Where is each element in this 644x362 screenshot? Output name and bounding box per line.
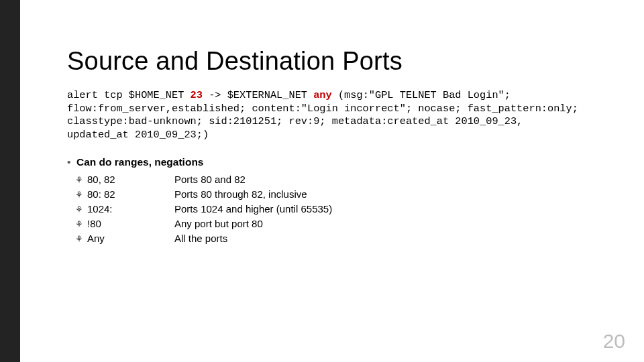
list-item: ⚘ 80: 82 Ports 80 through 82, inclusive: [67, 187, 584, 202]
range-expr: !80: [87, 217, 174, 231]
list-item: ⚘ !80 Any port but port 80: [67, 217, 584, 231]
range-desc: Ports 80 through 82, inclusive: [174, 187, 584, 202]
sidebar-accent: [0, 0, 20, 362]
range-desc: Any port but port 80: [174, 217, 584, 231]
rule-port-dest: any: [313, 89, 332, 101]
list-item: ⚘ Any All the ports: [67, 231, 584, 246]
snort-rule-block: alert tcp $HOME_NET 23 -> $EXTERNAL_NET …: [67, 89, 584, 141]
range-expr: 1024:: [87, 202, 174, 217]
page-title: Source and Destination Ports: [67, 47, 584, 76]
rule-text-mid: -> $EXTERNAL_NET: [203, 89, 313, 101]
subheading-text: Can do ranges, negations: [76, 156, 203, 168]
rule-port-source: 23: [191, 89, 203, 101]
subheading-row: •Can do ranges, negations: [67, 156, 584, 168]
range-expr: 80: 82: [87, 187, 174, 202]
slide-content: Source and Destination Ports alert tcp $…: [67, 47, 584, 246]
range-desc: All the ports: [174, 231, 584, 246]
list-item: ⚘ 1024: Ports 1024 and higher (until 655…: [67, 202, 584, 217]
ranges-list: ⚘ 80, 82 Ports 80 and 82 ⚘ 80: 82 Ports …: [67, 172, 584, 245]
link-icon: ⚘: [67, 219, 87, 231]
rule-text-pre: alert tcp $HOME_NET: [67, 89, 191, 101]
link-icon: ⚘: [67, 204, 87, 217]
list-item: ⚘ 80, 82 Ports 80 and 82: [67, 172, 584, 187]
slide-number: 20: [603, 330, 625, 353]
range-expr: Any: [87, 231, 174, 246]
link-icon: ⚘: [67, 233, 87, 246]
range-desc: Ports 80 and 82: [174, 172, 584, 187]
link-icon: ⚘: [67, 189, 87, 202]
range-expr: 80, 82: [87, 172, 174, 187]
bullet-icon: •: [67, 156, 76, 168]
link-icon: ⚘: [67, 174, 87, 187]
range-desc: Ports 1024 and higher (until 65535): [174, 202, 584, 217]
